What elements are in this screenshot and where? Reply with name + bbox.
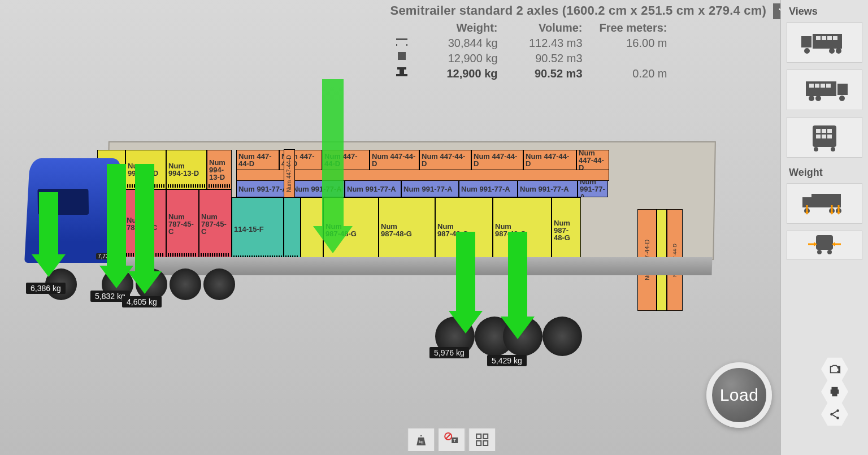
action-icons <box>821 359 849 427</box>
vehicle-title: Semitrailer standard 2 axles (1600.2 cm … <box>390 3 766 18</box>
box-tag: Num 447-44-D <box>287 155 292 192</box>
box-tag: Num 991-77-A <box>520 185 575 193</box>
svg-rect-4 <box>822 36 826 40</box>
svg-rect-22 <box>827 129 832 133</box>
svg-rect-20 <box>816 129 821 133</box>
vehicle-info-panel: Semitrailer standard 2 axles (1600.2 cm … <box>390 3 766 80</box>
svg-text:kg: kg <box>419 439 423 444</box>
cap-free: 16.00 m <box>583 37 667 50</box>
svg-rect-0 <box>398 52 406 60</box>
svg-point-34 <box>817 250 822 254</box>
svg-rect-24 <box>822 135 826 138</box>
svg-rect-12 <box>809 84 814 88</box>
svg-point-26 <box>814 147 818 151</box>
view-rear-button[interactable] <box>787 117 862 158</box>
box-tag: Num 447-44-D <box>474 153 521 167</box>
box-tag: Num 991-77-A <box>403 185 457 193</box>
box-tag: Num994-13-D <box>209 159 229 181</box>
used-weight: 12,900 kg <box>413 67 498 80</box>
row-capacity-icon <box>390 37 413 50</box>
svg-rect-21 <box>822 129 826 133</box>
hdr-volume: Volume: <box>498 21 583 34</box>
box-tag: Num994-13-D <box>128 162 164 177</box>
svg-rect-44 <box>483 434 488 439</box>
box-tag: 114-15-F <box>234 226 281 233</box>
svg-point-17 <box>809 96 814 101</box>
axle-weight-side-button[interactable] <box>787 183 862 224</box>
box-tag: Num987-48-G <box>495 223 549 237</box>
svg-rect-14 <box>821 84 825 88</box>
svg-rect-6 <box>833 36 837 40</box>
toggle-layout-button[interactable] <box>468 428 496 452</box>
svg-rect-46 <box>483 441 488 445</box>
box-tag: Num 447-44-D <box>372 153 417 167</box>
svg-rect-13 <box>815 84 819 88</box>
box-tag: Num787-45-C <box>201 213 229 235</box>
view-side-right-button[interactable] <box>787 70 862 110</box>
row-used-icon <box>390 67 413 80</box>
load-button[interactable]: Load <box>706 362 772 428</box>
cap-volume: 112.43 m3 <box>498 37 583 50</box>
svg-rect-5 <box>827 36 832 40</box>
cargo-volume: 90.52 m3 <box>498 52 583 65</box>
print-button[interactable] <box>821 379 849 404</box>
toggle-weight-icon-button[interactable]: kg <box>407 428 435 452</box>
camera-button[interactable] <box>821 357 849 382</box>
svg-point-16 <box>839 96 845 101</box>
views-section-label: Views <box>781 3 868 22</box>
box-tag: Num 991-77-A <box>347 185 399 193</box>
box-tag: Num787-45-C <box>168 213 197 235</box>
box-tag: Num 991-77-A <box>238 185 288 193</box>
svg-point-7 <box>804 48 810 54</box>
load-button-label: Load <box>720 385 759 405</box>
hdr-free: Free meters: <box>583 21 667 34</box>
svg-rect-28 <box>811 194 841 207</box>
box-tag: Num987-48-G <box>381 223 433 237</box>
svg-rect-11 <box>806 81 836 96</box>
used-volume: 90.52 m3 <box>498 67 583 80</box>
cap-weight: 30,844 kg <box>413 37 498 50</box>
trailer-platform <box>107 257 712 275</box>
box-tag: Num987-48-G <box>554 219 579 241</box>
stats-table: Weight: Volume: Free meters: 30,844 kg 1… <box>390 21 766 80</box>
weight-section-label: Weight <box>781 164 868 183</box>
hdr-weight: Weight: <box>413 21 498 34</box>
box-tag: Num 991-77-A <box>293 185 342 193</box>
svg-point-27 <box>831 147 835 151</box>
svg-rect-15 <box>826 84 831 88</box>
share-button[interactable] <box>821 402 849 427</box>
svg-point-35 <box>827 250 832 254</box>
box-tag: Num994-13-D <box>168 162 205 177</box>
box-tag: Num 991-77-A <box>461 185 515 193</box>
svg-rect-33 <box>816 235 833 250</box>
used-free: 0.20 m <box>583 67 667 80</box>
view-side-left-button[interactable] <box>787 22 862 63</box>
svg-text:T: T <box>453 438 456 443</box>
axle-label: 5,429 kg <box>487 355 527 366</box>
cargo-free <box>583 52 667 65</box>
svg-point-8 <box>829 48 835 54</box>
box-tag: Num 447-44-D <box>526 153 574 167</box>
box-tag: Num 447-44-D <box>324 153 367 167</box>
svg-rect-45 <box>476 441 481 445</box>
svg-point-18 <box>815 96 821 101</box>
toggle-label-button[interactable]: T <box>438 428 465 452</box>
axle-label: 6,386 kg <box>26 283 66 294</box>
box-tag: Num 447-44-D <box>238 153 277 167</box>
box-tag: Num 991-77-A <box>580 180 606 197</box>
axle-label: 4,605 kg <box>122 296 162 307</box>
box-tag: Num987-48-G <box>437 223 491 237</box>
axle-label: 5,976 kg <box>429 347 469 358</box>
svg-rect-3 <box>816 36 821 40</box>
svg-rect-2 <box>813 34 842 49</box>
box-tag: Num 447-44-D <box>422 153 469 167</box>
row-cargo-icon <box>390 52 413 65</box>
box-tag: Num787-45-C <box>127 216 164 231</box>
box-tag: Num 447-44-D <box>579 150 607 170</box>
svg-rect-43 <box>476 434 481 439</box>
axle-weight-rear-button[interactable] <box>787 231 862 260</box>
bottom-toolbar: kg T <box>407 428 496 452</box>
truck-cab <box>24 158 120 263</box>
svg-rect-10 <box>837 84 848 95</box>
svg-rect-25 <box>827 135 832 138</box>
